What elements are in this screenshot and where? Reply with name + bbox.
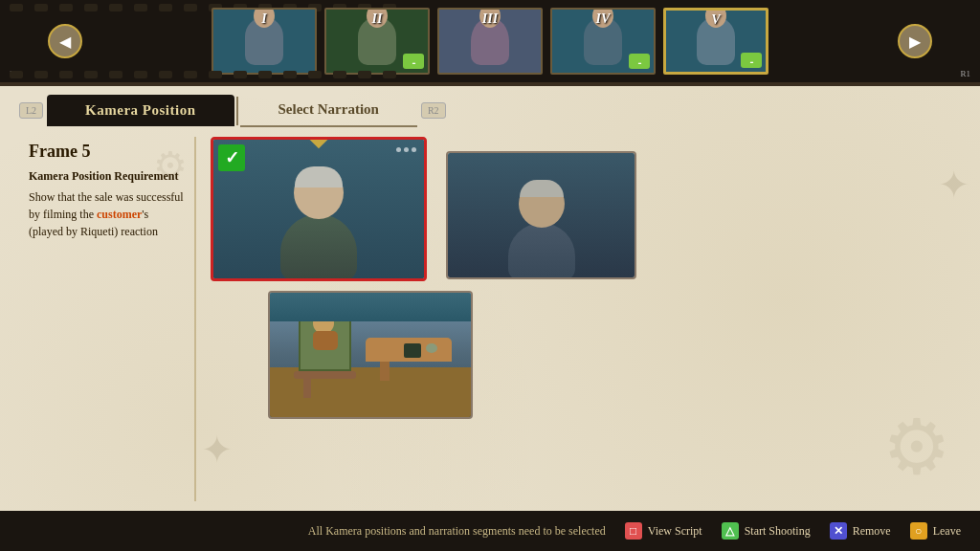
requirement-text: Show that the sale was successful by fil…	[29, 188, 185, 240]
char-hair-2	[520, 180, 564, 197]
action-buttons: □ View Script △ Start Shooting ✕ Remove …	[625, 522, 961, 540]
char-body-2	[508, 223, 575, 278]
film-hole	[84, 4, 98, 11]
settings-dots-1	[396, 147, 416, 152]
frame-num-5: V	[711, 12, 720, 28]
frame-num-3: III	[482, 11, 498, 27]
chat-bubble-2	[403, 54, 424, 69]
frame-num-1: I	[261, 11, 266, 27]
table-leg-1	[380, 362, 390, 381]
camera-card-img-2	[448, 153, 635, 277]
film-hole	[283, 71, 297, 78]
leave-button[interactable]: ○ Leave	[910, 522, 961, 540]
film-hole	[159, 71, 172, 78]
start-shooting-button[interactable]: △ Start Shooting	[722, 522, 811, 540]
film-hole	[109, 71, 122, 78]
film-hole	[258, 71, 272, 78]
film-hole	[59, 4, 73, 11]
film-hole	[134, 4, 147, 11]
requirement-heading: Kamera Position Requirement	[29, 169, 185, 184]
film-hole	[184, 4, 197, 11]
dot	[396, 147, 401, 152]
film-hole	[159, 4, 172, 11]
film-hole	[10, 4, 23, 11]
camera-card-3[interactable]	[268, 291, 473, 419]
char-head-1	[294, 166, 344, 219]
film-hole	[209, 71, 222, 78]
small-body	[313, 331, 338, 350]
char-display-1	[280, 166, 357, 279]
tab-select-narration[interactable]: Select Narration	[240, 94, 417, 127]
film-hole	[109, 4, 122, 11]
dot	[412, 147, 416, 152]
chat-bubble-5	[741, 53, 762, 68]
film-hole	[358, 71, 371, 78]
camera-row-1: ✓	[211, 137, 961, 281]
film-hole	[10, 71, 23, 78]
remove-button[interactable]: ✕ Remove	[830, 522, 891, 540]
frame-thumb-1[interactable]: I	[212, 8, 317, 75]
circle-icon: ○	[910, 522, 927, 540]
tab-separator	[236, 97, 238, 125]
film-strip-top: ◀ L1 I II III IV	[0, 0, 980, 86]
film-hole	[333, 71, 346, 78]
left-panel: Frame 5 Kamera Position Requirement Show…	[19, 137, 196, 501]
camera-row-2	[211, 291, 961, 419]
film-hole	[383, 71, 396, 78]
room-curtain	[270, 293, 471, 321]
req-highlight: customer	[97, 208, 142, 221]
film-hole	[308, 71, 322, 78]
film-hole	[59, 71, 73, 78]
frame-thumb-3[interactable]: III	[437, 8, 543, 75]
triangle-icon: △	[722, 522, 739, 540]
status-bar: All Kamera positions and narration segme…	[0, 511, 980, 551]
frame-thumb-2[interactable]: II	[324, 8, 430, 75]
right-arrow-icon: ▶	[909, 33, 921, 51]
square-icon: □	[625, 522, 642, 540]
film-hole	[234, 71, 247, 78]
content-row: Frame 5 Kamera Position Requirement Show…	[0, 127, 980, 511]
frame-thumb-5[interactable]: V	[663, 8, 768, 75]
main-area: ⚙ ⚙ ✦ ✦ L2 Kamera Position Select Narrat…	[0, 86, 980, 511]
tab-kamera-position[interactable]: Kamera Position	[47, 95, 234, 126]
film-hole	[34, 4, 48, 11]
frame-title: Frame 5	[29, 142, 185, 162]
table-item-1	[404, 343, 421, 358]
film-hole	[34, 71, 48, 78]
status-message: All Kamera positions and narration segme…	[19, 524, 625, 539]
camera-card-2[interactable]	[446, 151, 636, 279]
chair-leg	[303, 379, 311, 398]
checkmark-icon: ✓	[218, 144, 245, 171]
l2-button[interactable]: L2	[19, 102, 43, 119]
left-arrow-icon: ◀	[59, 33, 71, 51]
dot	[404, 147, 409, 152]
next-frame-button[interactable]: ▶	[898, 24, 932, 58]
remove-label: Remove	[853, 524, 891, 539]
frame-thumb-4[interactable]: IV	[550, 8, 656, 75]
char-body-1	[280, 214, 357, 279]
camera-card-img-3	[270, 293, 471, 417]
char-head-2	[519, 180, 565, 228]
leave-label: Leave	[933, 524, 961, 539]
camera-card-img-1	[213, 140, 424, 278]
camera-card-1[interactable]: ✓	[211, 137, 427, 281]
start-shooting-label: Start Shooting	[745, 524, 811, 539]
film-hole	[84, 71, 98, 78]
tab-bar: L2 Kamera Position Select Narration R2	[0, 86, 980, 127]
table-items	[404, 343, 437, 358]
prev-frame-button[interactable]: ◀	[48, 24, 82, 58]
film-hole	[134, 71, 147, 78]
frame-num-4: IV	[596, 11, 611, 27]
view-script-button[interactable]: □ View Script	[625, 522, 702, 540]
right-content: ✓	[211, 137, 961, 501]
film-holes-row-bottom	[0, 70, 980, 79]
film-hole	[184, 71, 197, 78]
char-display-2	[508, 180, 575, 278]
char-hair-1	[295, 166, 343, 187]
table-item-2	[426, 343, 437, 353]
camera-options: ✓	[211, 137, 961, 419]
view-script-label: View Script	[648, 524, 702, 539]
r2-button[interactable]: R2	[421, 102, 446, 119]
chat-bubble-4	[629, 54, 650, 69]
chair-seat	[294, 371, 356, 379]
